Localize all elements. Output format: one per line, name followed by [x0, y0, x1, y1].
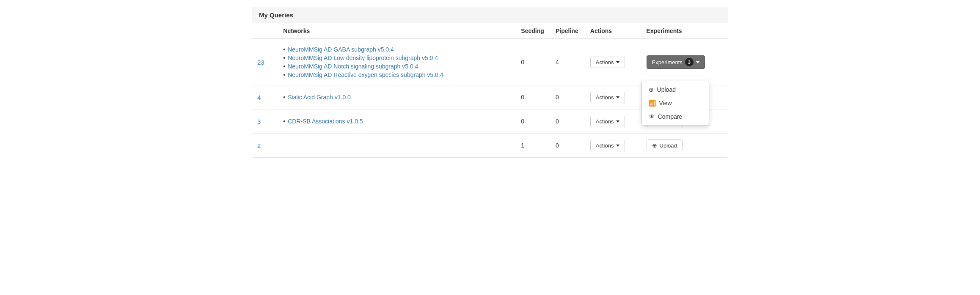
- network-link[interactable]: NeuroMMSig AD Reactive oxygen species su…: [288, 71, 443, 78]
- network-list: CDR-SB Associations v1.0.5: [283, 117, 511, 126]
- actions-cell: Actions: [585, 85, 641, 109]
- network-link[interactable]: CDR-SB Associations v1.0.5: [288, 118, 363, 125]
- dropdown-item-view[interactable]: 📶 View: [642, 96, 709, 110]
- view-label: View: [659, 100, 672, 107]
- actions-button[interactable]: Actions: [590, 140, 625, 151]
- list-item: NeuroMMSig AD Reactive oxygen species su…: [283, 71, 511, 79]
- seeding-cell: 1: [516, 134, 551, 158]
- pipeline-cell: 0: [551, 85, 585, 109]
- upload-label: Upload: [660, 142, 677, 149]
- actions-button[interactable]: Actions: [590, 92, 625, 103]
- actions-label: Actions: [596, 94, 614, 101]
- my-queries-panel: My Queries Networks Seeding Pipeline Act…: [252, 7, 728, 158]
- networks-cell: NeuroMMSig AD GABA subgraph v5.0.4 Neuro…: [278, 39, 516, 85]
- table-row: 23 NeuroMMSig AD GABA subgraph v5.0.4 Ne…: [252, 39, 728, 85]
- col-header-pipeline: Pipeline: [551, 23, 585, 39]
- list-item: NeuroMMSig AD GABA subgraph v5.0.4: [283, 45, 511, 54]
- list-item: CDR-SB Associations v1.0.5: [283, 117, 511, 126]
- actions-cell: Actions: [585, 39, 641, 85]
- actions-cell: Actions: [585, 134, 641, 158]
- actions-cell: Actions: [585, 109, 641, 134]
- caret-icon: [616, 145, 619, 147]
- bar-chart-icon: 📶: [649, 100, 656, 107]
- panel-title: My Queries: [252, 7, 728, 23]
- experiments-dropdown-menu: Upload 📶 View 👁 Compare: [641, 81, 709, 126]
- upload-button[interactable]: Upload: [647, 139, 683, 151]
- network-list: Sialic Acid Graph v1.0.0: [283, 93, 511, 101]
- caret-icon: [696, 61, 699, 63]
- upload-label: Upload: [657, 86, 676, 93]
- row-id: 2: [252, 134, 278, 158]
- experiments-cell: Upload: [641, 134, 728, 158]
- seeding-cell: 0: [516, 85, 551, 109]
- networks-cell: [278, 134, 516, 158]
- seeding-cell: 0: [516, 109, 551, 134]
- list-item: NeuroMMSig AD Notch signaling subgraph v…: [283, 62, 511, 71]
- dropdown-item-compare[interactable]: 👁 Compare: [642, 110, 709, 123]
- col-header-experiments: Experiments: [641, 23, 728, 39]
- seeding-cell: 0: [516, 39, 551, 85]
- row-id: 23: [252, 39, 278, 85]
- eye-icon: 👁: [649, 113, 655, 120]
- network-link[interactable]: NeuroMMSig AD GABA subgraph v5.0.4: [288, 46, 394, 53]
- col-header-networks: Networks: [278, 23, 516, 39]
- pipeline-cell: 0: [551, 109, 585, 134]
- actions-button[interactable]: Actions: [590, 57, 625, 68]
- col-header-id: [252, 23, 278, 39]
- row-id: 4: [252, 85, 278, 109]
- queries-table: Networks Seeding Pipeline Actions Experi…: [252, 23, 728, 157]
- experiments-button[interactable]: Experiments 3: [647, 55, 705, 69]
- experiments-label: Experiments: [652, 59, 683, 66]
- row-id: 3: [252, 109, 278, 134]
- col-header-seeding: Seeding: [516, 23, 551, 39]
- network-link[interactable]: Sialic Acid Graph v1.0.0: [288, 94, 351, 101]
- col-header-actions: Actions: [585, 23, 641, 39]
- actions-label: Actions: [596, 142, 614, 149]
- network-link[interactable]: NeuroMMSig AD Notch signaling subgraph v…: [288, 63, 418, 70]
- networks-cell: Sialic Acid Graph v1.0.0: [278, 85, 516, 109]
- caret-icon: [616, 61, 619, 63]
- caret-icon: [616, 96, 619, 98]
- compare-label: Compare: [658, 113, 683, 120]
- actions-label: Actions: [596, 59, 614, 66]
- upload-icon: [649, 86, 654, 93]
- pipeline-cell: 0: [551, 134, 585, 158]
- networks-cell: CDR-SB Associations v1.0.5: [278, 109, 516, 134]
- experiments-cell: Experiments 3 Upload 📶: [641, 39, 728, 85]
- caret-icon: [616, 120, 619, 123]
- upload-icon: [652, 142, 657, 149]
- list-item: NeuroMMSig AD Low density lipoprotein su…: [283, 54, 511, 62]
- pipeline-cell: 4: [551, 39, 585, 85]
- actions-label: Actions: [596, 118, 614, 125]
- experiments-count-badge: 3: [685, 58, 694, 66]
- actions-button[interactable]: Actions: [590, 116, 625, 127]
- list-item: Sialic Acid Graph v1.0.0: [283, 93, 511, 101]
- network-list: NeuroMMSig AD GABA subgraph v5.0.4 Neuro…: [283, 45, 511, 79]
- table-header-row: Networks Seeding Pipeline Actions Experi…: [252, 23, 728, 39]
- network-link[interactable]: NeuroMMSig AD Low density lipoprotein su…: [288, 55, 438, 61]
- dropdown-item-upload[interactable]: Upload: [642, 83, 709, 96]
- page-title: My Queries: [259, 11, 293, 19]
- table-row: 2 1 0 Actions Upload: [252, 134, 728, 158]
